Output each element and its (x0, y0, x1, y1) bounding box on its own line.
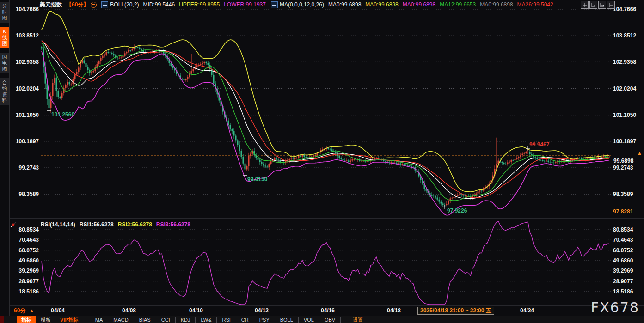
period-up-triangle-icon[interactable]: ▲ (29, 308, 34, 313)
price-tick-left-4: 102.0204 (11, 85, 39, 92)
price-tick-right-2: 103.8512 (613, 32, 643, 39)
price-tick-right-7: 99.2743 (613, 164, 643, 171)
time-tick-3: 04/10 (180, 307, 212, 314)
svg-text:99.9467: 99.9467 (529, 141, 550, 148)
ma-value-4: MA12:99.6653 (440, 1, 476, 8)
rsi-tick-right-4: 49.6860 (613, 257, 643, 264)
time-tick-1: 04/04 (42, 307, 74, 314)
price-tick-right-6: 100.1897 (613, 138, 643, 145)
toolbar-corner-block (0, 316, 4, 323)
indicator-item-vol[interactable]: VOL (298, 317, 319, 323)
rsi-tick-left-6: 28.9077 (11, 278, 39, 285)
ma-value-5: MA0:99.6898 (480, 1, 513, 8)
svg-text:97.9226: 97.9226 (447, 207, 467, 214)
ma-label: MA(0,0,0,12,0,26) (280, 1, 324, 8)
corner-tool-buttons (581, 1, 615, 9)
footer-tab-2[interactable]: 模板 (36, 316, 55, 323)
indicator-item-kdj[interactable]: KDJ (175, 317, 196, 323)
indicator-item-boll[interactable]: BOLL (275, 317, 298, 323)
period-badge: 【60分】 (66, 1, 89, 9)
time-tick-6: 04/18 (378, 307, 410, 314)
rsi-tick-left-7: 18.5186 (11, 288, 39, 295)
sidebar-tab-1[interactable]: 分 时 图 (0, 2, 9, 23)
fx678-watermark: FX678 (591, 299, 639, 316)
sidebar-tab-2[interactable]: K 线 图 (0, 27, 9, 48)
bottom-period-label: 60分▲ (14, 307, 34, 315)
price-tick-left-6: 100.1897 (11, 138, 39, 145)
indicator-item-obv[interactable]: OBV (319, 317, 341, 323)
top-indicator-bar: 美元指数 【60分】 BOLL(20,2) MID:99.5446 UPPER:… (9, 0, 644, 9)
current-price-box: 99.6898 (612, 157, 644, 165)
bottom-toolbar: 指标模板VIP指标 MAMACDBIASCCIKDJLW&RSICRPSYBOL… (0, 316, 644, 323)
period-text: 60分 (14, 307, 25, 314)
ma-value-3: MA0:99.6898 (403, 1, 435, 8)
indicator-item-lw[interactable]: LW& (195, 317, 216, 323)
boll-lower-value: LOWER:99.1937 (224, 1, 266, 8)
price-tick-left-8: 98.3589 (11, 190, 39, 198)
sidebar-tab-4[interactable]: 合 约 资 料 (0, 78, 9, 105)
svg-text:99.0150: 99.0150 (247, 176, 268, 183)
price-tick-right-5: 101.1050 (613, 111, 643, 119)
footer-tabs-group: 指标模板VIP指标 (17, 316, 83, 323)
symbol-title: 美元指数 (40, 1, 62, 9)
shift-right-tool-icon[interactable] (598, 1, 606, 9)
indicator-item-macd[interactable]: MACD (108, 317, 133, 323)
chart-app: 101.256099.015097.922699.9467 分 时 图K 线 图… (0, 0, 644, 323)
move-tool-icon[interactable] (581, 1, 589, 9)
ma-values-group: MA0:99.6898MA0:99.6898MA0:99.6898MA12:99… (328, 1, 558, 8)
rsi-header: RSI(14,14,14) RSI1:56.6278RSI2:56.6278RS… (41, 221, 195, 228)
rsi-tick-left-5: 39.2969 (11, 267, 39, 274)
rsi-value-1: RSI1:56.6278 (80, 221, 114, 228)
price-up-arrow-icon: ▲ (637, 150, 642, 156)
indicator-item-psy[interactable]: PSY (254, 317, 275, 323)
footer-tab-1[interactable]: 指标 (17, 316, 36, 323)
collapse-indicator-icon[interactable] (91, 2, 97, 8)
settings-button[interactable]: 设置 (348, 316, 368, 323)
price-tick-right-8: 98.3589 (613, 190, 643, 198)
rsi-tick-left-3: 60.0752 (11, 247, 39, 254)
boll-label: BOLL(20,2) (110, 1, 139, 8)
rsi-value-3: RSI3:56.6278 (156, 221, 190, 228)
time-tick-4: 04/12 (245, 307, 278, 314)
ma-indicator-icon[interactable] (271, 1, 278, 8)
indicator-quick-list: MAMACDBIASCCIKDJLW&RSICRPSYBOLLVOLOBV (90, 316, 341, 323)
indicator-item-cr[interactable]: CR (236, 317, 254, 323)
left-sidebar: 分 时 图K 线 图闪 电 图合 约 资 料 (0, 0, 10, 323)
boll-upper-value: UPPER:99.8955 (179, 1, 220, 8)
rsi-alert-dot-icon (10, 222, 16, 228)
boll-mid-value: MID:99.5446 (143, 1, 175, 8)
price-tick-left-2: 103.8512 (11, 32, 39, 39)
rsi-tick-left-2: 70.4643 (11, 236, 39, 244)
rsi-tick-right-3: 60.0752 (613, 247, 643, 254)
indicator-item-bias[interactable]: BIAS (134, 317, 156, 323)
rsi-tick-right-1: 80.8534 (613, 226, 643, 233)
rsi-tick-right-6: 28.9077 (613, 278, 643, 285)
rsi-line-group (42, 221, 609, 305)
rsi-label: RSI(14,14,14) (41, 221, 75, 228)
footer-tab-3[interactable]: VIP指标 (55, 316, 83, 323)
time-tick-7: 04/24 (511, 307, 543, 314)
indicator-item-rsi[interactable]: RSI (216, 317, 235, 323)
main-chart-canvas[interactable]: 101.256099.015097.922699.9467 (0, 0, 644, 323)
time-tick-5: 04/16 (312, 307, 344, 314)
price-tick-left-5: 101.1050 (11, 111, 39, 119)
rsi-tick-right-7: 18.5186 (613, 288, 643, 295)
ma-value-1: MA0:99.6898 (328, 1, 361, 8)
svg-text:101.2560: 101.2560 (51, 111, 74, 118)
rsi-value-2: RSI2:56.6278 (118, 221, 152, 228)
selected-candle-range-box: 2025/04/18 21:00 ~ 22:00 五 (417, 307, 494, 315)
indicator-item-cci[interactable]: CCI (156, 317, 175, 323)
price-tick-left-7: 99.2743 (11, 164, 39, 171)
sidebar-tab-3[interactable]: 闪 电 图 (0, 53, 9, 73)
expand-right-tool-icon[interactable] (607, 1, 615, 9)
candles-group (41, 42, 610, 207)
boll-indicator-icon[interactable] (101, 1, 108, 8)
indicator-item-ma[interactable]: MA (90, 317, 108, 323)
rsi-values-group: RSI1:56.6278RSI2:56.6278RSI3:56.6278 (80, 221, 195, 228)
zoom-reset-tool-icon[interactable] (589, 1, 597, 9)
ma-value-6: MA26:99.5042 (517, 1, 553, 8)
price-tick-right-4: 102.0204 (613, 85, 643, 92)
range-low-label: 97.8281 (613, 208, 643, 215)
overlay-lines-group (42, 11, 609, 215)
ma-value-2: MA0:99.6898 (365, 1, 398, 8)
